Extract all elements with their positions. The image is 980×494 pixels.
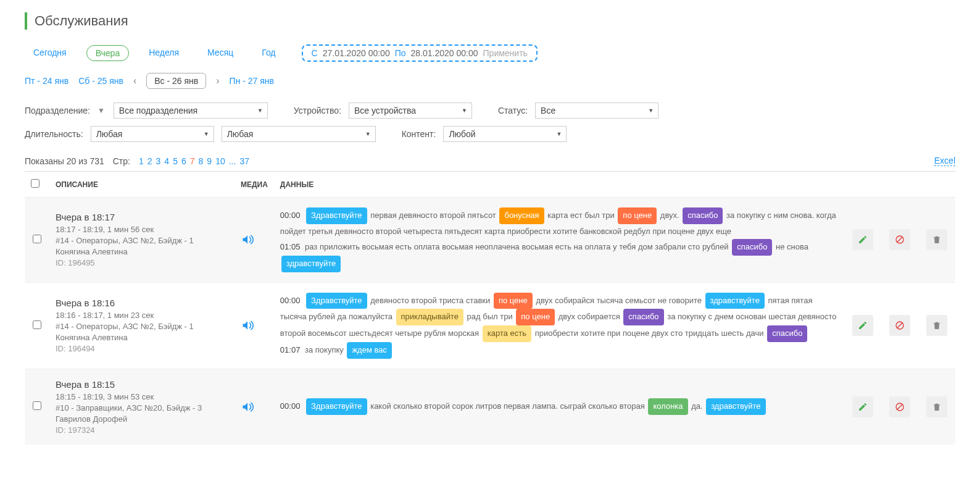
page-link[interactable]: 9 bbox=[207, 156, 212, 166]
page-link[interactable]: 1 bbox=[139, 156, 144, 166]
results-table: ОПИСАНИЕ МЕДИА ДАННЫЕ Вчера в 18:1718:17… bbox=[25, 171, 955, 445]
page-link[interactable]: 8 bbox=[199, 156, 204, 166]
device-label: Устройство: bbox=[294, 106, 341, 115]
row-checkbox[interactable] bbox=[33, 320, 41, 329]
division-label: Подразделение: bbox=[25, 106, 90, 115]
day-next1[interactable]: Пн - 27 янв bbox=[230, 76, 274, 86]
chevron-right-icon[interactable]: › bbox=[216, 75, 219, 86]
day-prev1[interactable]: Сб - 25 янв bbox=[78, 76, 123, 86]
period-tab-3[interactable]: Месяц bbox=[199, 45, 242, 61]
block-button[interactable] bbox=[889, 315, 910, 336]
content-label: Контент: bbox=[402, 129, 436, 139]
keyword-tag[interactable]: здравствуйте bbox=[706, 398, 765, 415]
row-person: Конягина Алевтина bbox=[56, 333, 228, 342]
keyword-tag[interactable]: здравствуйте bbox=[705, 293, 765, 309]
period-tab-0[interactable]: Сегодня bbox=[25, 45, 75, 61]
page-link[interactable]: 6 bbox=[181, 156, 186, 166]
svg-line-5 bbox=[897, 404, 902, 409]
row-location: #14 - Операторы, АЗС №2, Бэйдж - 1 bbox=[56, 322, 228, 331]
row-checkbox[interactable] bbox=[33, 401, 41, 410]
row-title: Вчера в 18:17 bbox=[56, 212, 228, 222]
daterange-to-value[interactable]: 28.01.2020 00:00 bbox=[411, 48, 478, 58]
table-row: Вчера в 18:1618:16 - 18:17, 1 мин 23 сек… bbox=[25, 282, 955, 369]
day-prev2[interactable]: Пт - 24 янв bbox=[25, 76, 69, 86]
delete-button[interactable] bbox=[926, 396, 947, 417]
edit-button[interactable] bbox=[852, 229, 873, 250]
keyword-tag[interactable]: здравствуйте bbox=[281, 256, 341, 272]
export-excel-link[interactable]: Excel bbox=[934, 156, 955, 166]
keyword-tag[interactable]: спасибо bbox=[683, 207, 723, 224]
period-tab-1[interactable]: Вчера bbox=[86, 45, 130, 61]
col-header-checkbox bbox=[25, 172, 49, 198]
period-tab-2[interactable]: Неделя bbox=[140, 45, 188, 61]
timestamp: 01:05 bbox=[280, 242, 302, 251]
keyword-tag[interactable]: колонка bbox=[648, 398, 687, 415]
chevron-left-icon[interactable]: ‹ bbox=[133, 75, 136, 86]
keyword-tag[interactable]: Здравствуйте bbox=[306, 207, 367, 224]
audio-icon[interactable] bbox=[241, 233, 268, 246]
period-tab-4[interactable]: Год bbox=[253, 45, 284, 61]
keyword-tag[interactable]: бонусная bbox=[499, 207, 544, 224]
keyword-tag[interactable]: по цене bbox=[618, 207, 657, 224]
keyword-tag[interactable]: по цене bbox=[494, 293, 533, 309]
col-header-description: ОПИСАНИЕ bbox=[49, 172, 235, 198]
keyword-tag[interactable]: по цене bbox=[516, 309, 555, 325]
delete-button[interactable] bbox=[926, 315, 947, 336]
table-row: Вчера в 18:1518:15 - 18:19, 3 мин 53 сек… bbox=[25, 369, 955, 445]
row-person: Гаврилов Дорофей bbox=[56, 414, 228, 424]
delete-button[interactable] bbox=[926, 229, 947, 250]
keyword-tag[interactable]: Здравствуйте bbox=[306, 398, 367, 415]
page-link[interactable]: 37 bbox=[239, 156, 249, 166]
row-transcript: 00:00 Здравствуйте первая девяносто втор… bbox=[274, 198, 844, 283]
audio-icon[interactable] bbox=[241, 319, 268, 332]
status-label: Статус: bbox=[498, 106, 528, 115]
duration-from-select[interactable]: Любая bbox=[91, 126, 214, 142]
edit-button[interactable] bbox=[852, 396, 873, 417]
keyword-tag[interactable]: ждем вас bbox=[347, 342, 392, 359]
row-checkbox[interactable] bbox=[33, 235, 41, 243]
page-link[interactable]: 10 bbox=[215, 156, 225, 166]
apply-button[interactable]: Применить bbox=[483, 48, 528, 58]
duration-to-select[interactable]: Любая bbox=[222, 126, 376, 142]
shown-count: Показаны 20 из 731 bbox=[25, 156, 104, 166]
daterange-box: С 27.01.2020 00:00 По 28.01.2020 00:00 П… bbox=[302, 44, 538, 62]
keyword-tag[interactable]: спасибо bbox=[767, 325, 807, 342]
audio-icon[interactable] bbox=[241, 401, 268, 413]
keyword-tag[interactable]: прикладывайте bbox=[396, 309, 463, 325]
svg-line-3 bbox=[897, 323, 902, 328]
page-link: ... bbox=[229, 156, 236, 166]
page-link[interactable]: 3 bbox=[156, 156, 161, 166]
row-transcript: 00:00 Здравствуйте девяносто второй трис… bbox=[274, 282, 844, 369]
row-location: #14 - Операторы, АЗС №2, Бэйдж - 1 bbox=[56, 236, 228, 245]
row-id: ID: 196494 bbox=[56, 344, 228, 353]
title-accent-bar bbox=[25, 12, 27, 30]
page-link[interactable]: 2 bbox=[147, 156, 152, 166]
keyword-tag[interactable]: спасибо bbox=[732, 239, 772, 256]
row-time: 18:17 - 18:19, 1 мин 56 сек bbox=[56, 225, 228, 234]
page-link[interactable]: 5 bbox=[173, 156, 178, 166]
daterange-from-value[interactable]: 27.01.2020 00:00 bbox=[323, 48, 390, 58]
keyword-tag[interactable]: спасибо bbox=[623, 309, 663, 325]
pagination: 12345678910...37 bbox=[139, 156, 249, 166]
device-select[interactable]: Все устройства bbox=[349, 103, 472, 119]
funnel-icon[interactable]: ▼ bbox=[98, 106, 105, 115]
timestamp: 00:00 bbox=[280, 296, 302, 305]
content-select[interactable]: Любой bbox=[443, 126, 567, 142]
row-time: 18:16 - 18:17, 1 мин 23 сек bbox=[56, 311, 228, 320]
svg-line-1 bbox=[897, 237, 902, 242]
edit-button[interactable] bbox=[852, 315, 873, 336]
division-select[interactable]: Все подразделения bbox=[114, 103, 268, 119]
page-link[interactable]: 4 bbox=[164, 156, 169, 166]
page-link[interactable]: 7 bbox=[190, 156, 195, 166]
block-button[interactable] bbox=[889, 396, 910, 417]
page-title: Обслуживания bbox=[35, 13, 128, 29]
block-button[interactable] bbox=[889, 229, 910, 250]
keyword-tag[interactable]: Здравствуйте bbox=[306, 293, 367, 309]
select-all-checkbox[interactable] bbox=[31, 179, 39, 188]
col-header-media: МЕДИА bbox=[235, 172, 274, 198]
keyword-tag[interactable]: карта есть bbox=[483, 325, 531, 342]
day-current[interactable]: Вс - 26 янв bbox=[146, 73, 206, 89]
status-select[interactable]: Все bbox=[535, 103, 658, 119]
table-row: Вчера в 18:1718:17 - 18:19, 1 мин 56 сек… bbox=[25, 198, 955, 283]
daterange-from-label: С bbox=[312, 48, 318, 58]
